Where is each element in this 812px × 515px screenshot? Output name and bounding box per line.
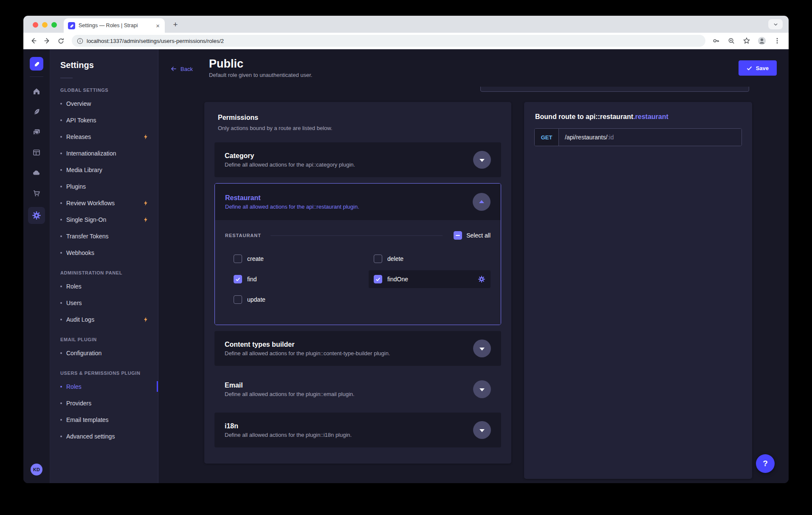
permission-create[interactable]: create [228,250,369,268]
chevron-down-icon[interactable] [473,421,491,439]
route-display: GET /api/restaurants/:id [534,128,742,146]
minimize-window-button[interactable] [42,22,48,28]
section-label-users-permissions-plugin: USERS & PERMISSIONS PLUGIN [60,371,148,376]
user-avatar[interactable]: KD [31,464,42,475]
subnav-title-divider [60,78,73,78]
permission-find[interactable]: find [228,270,369,288]
accordion-email: Email Define all allowed actions for the… [214,372,501,407]
permissions-title: Permissions [218,114,501,122]
accordion-i18n-header[interactable]: i18n Define all allowed actions for the … [214,413,501,447]
strapi-app: KD Settings GLOBAL SETTINGS Overview API… [23,49,789,483]
accordion-email-header[interactable]: Email Define all allowed actions for the… [214,372,501,407]
sidebar-item-admin-roles[interactable]: Roles [50,278,158,294]
bullet-icon [60,252,62,254]
permissions-panel: Permissions Only actions bound by a rout… [204,102,511,464]
chevron-down-icon[interactable] [473,340,491,357]
lightning-icon [143,317,149,323]
accordion-content-types-builder: Content types builder Define all allowed… [214,331,501,366]
http-method-badge: GET [535,129,559,146]
chevron-down-icon[interactable] [473,380,491,398]
permission-delete[interactable]: delete [369,250,491,268]
back-arrow-icon [170,65,177,72]
main-content: Back Public Default role given to unauth… [158,49,789,483]
tab-title: Settings — Roles | Strapi [79,23,152,28]
sidebar-item-webhooks[interactable]: Webhooks [50,244,158,261]
chevron-up-icon[interactable] [473,193,491,211]
zoom-window-button[interactable] [51,22,57,28]
back-nav-icon[interactable] [28,35,39,47]
update-checkbox[interactable] [234,295,242,304]
url-bar[interactable]: localhost:1337/admin/settings/users-perm… [72,35,705,47]
password-key-icon[interactable] [710,35,722,47]
sidebar-item-providers[interactable]: Providers [50,395,158,411]
create-checkbox[interactable] [234,255,242,263]
home-icon[interactable] [28,81,45,102]
sidebar-item-transfer-tokens[interactable]: Transfer Tokens [50,228,158,244]
sidebar-item-up-roles[interactable]: Roles [50,378,158,395]
sidebar-item-releases[interactable]: Releases [50,128,158,145]
sidebar-item-overview[interactable]: Overview [50,95,158,112]
forward-nav-icon[interactable] [41,35,53,47]
strapi-logo[interactable] [30,57,43,71]
sidebar-item-single-sign-on[interactable]: Single Sign-On [50,211,158,228]
page-subtitle: Default role given to unauthenticated us… [209,72,313,78]
bullet-icon [60,419,62,421]
bullet-icon [60,386,62,388]
bullet-icon [60,352,62,354]
cloud-deploy-icon[interactable] [28,163,45,183]
bullet-icon [60,119,62,121]
help-button[interactable]: ? [756,454,775,473]
sidebar-item-review-workflows[interactable]: Review Workflows [50,195,158,211]
accordion-category-header[interactable]: Category Define all allowed actions for … [214,142,501,177]
content-type-builder-icon[interactable] [28,142,45,163]
bound-route-title: Bound route to api::restaurant.restauran… [535,113,742,121]
site-info-icon[interactable] [77,38,83,44]
settings-subnav: Settings GLOBAL SETTINGS Overview API To… [50,49,158,483]
marketplace-cart-icon[interactable] [28,183,45,204]
sidebar-item-email-templates[interactable]: Email templates [50,411,158,428]
content-manager-feather-icon[interactable] [28,102,45,122]
subnav-title: Settings [60,60,158,70]
save-button[interactable]: Save [739,60,777,76]
new-tab-button[interactable]: + [170,19,181,30]
sidebar-item-advanced-settings[interactable]: Advanced settings [50,428,158,444]
find-checkbox[interactable] [234,275,242,283]
delete-checkbox[interactable] [374,255,382,263]
sidebar-item-media-library[interactable]: Media Library [50,161,158,178]
section-label-administration-panel: ADMINISTRATION PANEL [60,270,148,275]
url-text[interactable]: localhost:1337/admin/settings/users-perm… [87,38,224,44]
accordion-ctb-header[interactable]: Content types builder Define all allowed… [214,331,501,366]
back-link[interactable]: Back [170,65,193,72]
chevron-down-icon[interactable] [473,151,491,169]
tab-close-icon[interactable]: × [155,23,161,29]
reload-icon[interactable] [55,35,67,47]
accordion-restaurant-header[interactable]: Restaurant Define all allowed actions fo… [215,184,501,220]
findone-checkbox[interactable] [374,275,382,283]
permission-update[interactable]: update [228,291,369,308]
findone-settings-gear-icon[interactable] [478,275,485,283]
browser-tab[interactable]: Settings — Roles | Strapi × [64,18,165,33]
zoom-page-icon[interactable] [726,35,737,47]
sidebar-item-audit-logs[interactable]: Audit Logs [50,311,158,328]
select-all-control[interactable]: Select all [454,231,491,240]
permission-findone[interactable]: findOne [369,270,491,288]
settings-gear-icon[interactable] [28,207,45,224]
tab-strip: Settings — Roles | Strapi × + [23,16,789,33]
sidebar-item-admin-users[interactable]: Users [50,294,158,311]
close-window-button[interactable] [33,22,38,28]
sidebar-item-plugins[interactable]: Plugins [50,178,158,195]
browser-profile-avatar[interactable] [756,35,767,47]
sidebar-item-internationalization[interactable]: Internationalization [50,145,158,161]
bookmark-star-icon[interactable] [741,35,752,47]
sidebar-item-api-tokens[interactable]: API Tokens [50,112,158,128]
window-controls[interactable] [33,22,57,28]
tab-search-chevron-icon[interactable] [768,19,783,29]
bullet-icon [60,436,62,437]
sidebar-item-configuration[interactable]: Configuration [50,345,158,361]
select-all-checkbox[interactable] [454,231,462,240]
browser-menu-icon[interactable] [772,35,783,47]
accordion-i18n: i18n Define all allowed actions for the … [214,413,501,447]
browser-toolbar: localhost:1337/admin/settings/users-perm… [23,33,789,49]
bound-route-panel: Bound route to api::restaurant.restauran… [524,102,752,479]
media-library-icon[interactable] [28,122,45,142]
